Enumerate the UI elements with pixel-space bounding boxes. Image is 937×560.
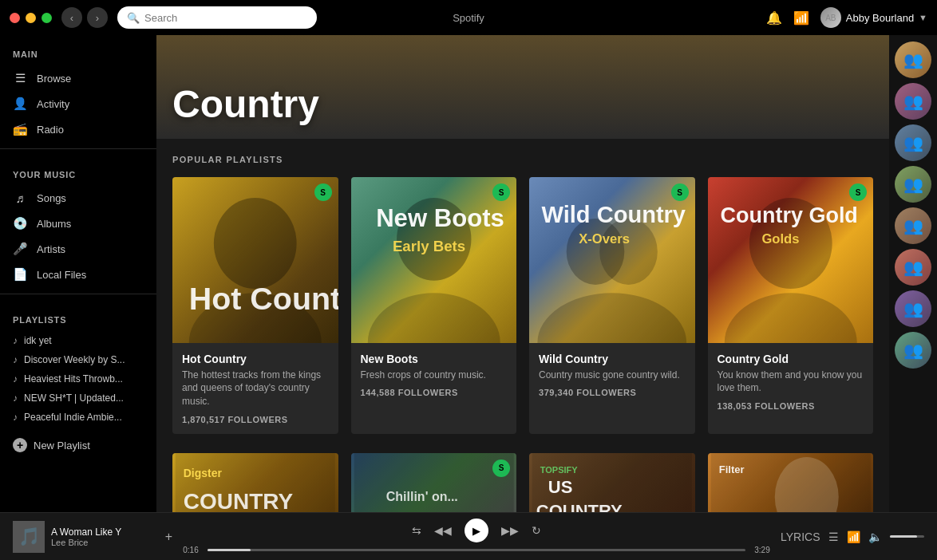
activity-icon: 👤 [13, 97, 27, 111]
notifications-icon[interactable]: 🔔 [766, 10, 782, 26]
repeat-button[interactable]: ↻ [532, 524, 541, 537]
country-gold-desc: You know them and you know you love them… [718, 369, 864, 396]
playlist-card-hot-country[interactable]: S Hot Country Hot Country The hottest tr… [172, 177, 338, 434]
content-area: POPULAR PLAYLISTS S Hot Country [156, 139, 889, 512]
hero-section: Country [156, 35, 889, 139]
sidebar-item-activity[interactable]: 👤 Activity [0, 91, 156, 116]
progress-track[interactable] [208, 549, 745, 551]
playlist-icon-1: ♪ [13, 335, 18, 346]
playlist-name-5: Peaceful Indie Ambie... [24, 412, 122, 423]
filter-image: Filter [708, 453, 874, 512]
back-button[interactable]: ‹ [61, 7, 82, 28]
page-title: Country [172, 82, 319, 126]
local-files-icon: 📄 [13, 267, 27, 282]
svg-text:COUNTRY: COUNTRY [184, 489, 294, 512]
your-music-section-label: YOUR MUSIC [0, 156, 156, 186]
titlebar-right: 🔔 📶 AB Abby Bourland ▼ [766, 7, 927, 28]
devices-icon[interactable]: 📶 [793, 10, 809, 26]
svg-text:New Boots: New Boots [376, 204, 504, 232]
progress-bar: 0:16 3:29 [180, 546, 773, 554]
playlist-item-2[interactable]: ♪ Discover Weekly by S... [0, 350, 156, 369]
friend-avatar-4[interactable]: 👥 [895, 166, 931, 203]
svg-point-8 [599, 219, 658, 285]
search-bar[interactable]: 🔍 [117, 6, 317, 29]
hot-country-desc: The hottest tracks from the kings and qu… [182, 369, 329, 408]
new-playlist-button[interactable]: + New Playlist [0, 432, 156, 459]
sidebar-item-albums[interactable]: 💿 Albums [0, 211, 156, 236]
playlist-item-1[interactable]: ♪ idk yet [0, 331, 156, 350]
app-title: Spotify [453, 12, 484, 24]
hot-country-info: Hot Country The hottest tracks from the … [172, 343, 338, 434]
wild-country-followers: 379,340 FOLLOWERS [539, 388, 686, 397]
sidebar-item-artists[interactable]: 🎤 Artists [0, 236, 156, 262]
friend-avatar-1[interactable]: 👥 [895, 41, 931, 78]
lyrics-button[interactable]: LYRICS [781, 530, 820, 543]
albums-label: Albums [37, 218, 71, 230]
playlist-card-new-boots[interactable]: S New Boots Early Bets New Boots Fresh c… [351, 177, 517, 434]
playlist-icon-4: ♪ [13, 392, 18, 404]
svg-text:Chillin' on...: Chillin' on... [385, 490, 457, 503]
friend-avatar-8[interactable]: 👥 [895, 332, 931, 369]
chevron-down-icon: ▼ [919, 13, 927, 22]
minimize-window-button[interactable] [26, 13, 36, 23]
right-sidebar: 👥 👥 👥 👥 👥 👥 👥 👥 [889, 35, 937, 512]
local-files-label: Local Files [37, 269, 86, 281]
chillin-image: S Chillin' on... [351, 453, 517, 512]
sidebar-item-radio[interactable]: 📻 Radio [0, 116, 156, 142]
maximize-window-button[interactable] [42, 13, 52, 23]
friend-avatar-6[interactable]: 👥 [895, 249, 931, 286]
new-boots-image: S New Boots Early Bets [351, 177, 517, 343]
sidebar-item-songs[interactable]: ♬ Songs [0, 186, 156, 211]
hot-country-followers: 1,870,517 FOLLOWERS [182, 415, 329, 424]
previous-button[interactable]: ◀◀ [434, 524, 452, 537]
playlist-card-wild-country[interactable]: S Wild Country X-Overs Wild Country Coun… [529, 177, 695, 434]
search-icon: 🔍 [127, 12, 140, 24]
spotify-logo-2: S [492, 183, 510, 201]
playlist-item-3[interactable]: ♪ Heaviest Hits Throwb... [0, 369, 156, 388]
friend-avatar-7[interactable]: 👥 [895, 290, 931, 327]
shuffle-button[interactable]: ⇆ [412, 524, 421, 537]
browse-label: Browse [37, 73, 71, 85]
playlist-item-5[interactable]: ♪ Peaceful Indie Ambie... [0, 408, 156, 427]
connect-device-icon[interactable]: 📶 [847, 530, 860, 543]
playlist-name-2: Discover Weekly by S... [24, 354, 125, 365]
svg-text:X-Overs: X-Overs [579, 231, 630, 246]
spotify-badge-1: S [314, 183, 332, 201]
svg-text:COUNTRY: COUNTRY [536, 501, 623, 512]
friend-avatar-3[interactable]: 👥 [895, 124, 931, 161]
radio-icon: 📻 [13, 122, 27, 136]
playlist-card-country-gold[interactable]: S Country Gold Golds Country Gold You kn… [708, 177, 874, 434]
playlist-card-chillin[interactable]: S Chillin' on... [351, 453, 517, 512]
current-time: 0:16 [180, 546, 201, 554]
playlist-item-4[interactable]: ♪ NEW SH*T | Updated... [0, 388, 156, 408]
queue-icon[interactable]: ☰ [828, 530, 839, 543]
volume-icon[interactable]: 🔈 [868, 530, 882, 543]
svg-text:Country Gold: Country Gold [720, 203, 857, 227]
progress-fill [208, 549, 251, 551]
playlist-icon-5: ♪ [13, 412, 18, 423]
play-pause-button[interactable]: ▶ [465, 519, 488, 542]
sidebar-item-browse[interactable]: ☰ Browse [0, 65, 156, 91]
player-right-controls: LYRICS ☰ 📶 🔈 [781, 530, 924, 543]
sidebar-item-local-files[interactable]: 📄 Local Files [0, 262, 156, 287]
add-to-library-button[interactable]: + [165, 530, 172, 544]
svg-point-0 [214, 198, 297, 289]
popular-playlists-label: POPULAR PLAYLISTS [172, 155, 873, 164]
playlist-card-us-country[interactable]: TOPSIFY US COUNTRY [529, 453, 695, 512]
user-menu[interactable]: AB Abby Bourland ▼ [820, 7, 927, 28]
activity-label: Activity [37, 98, 69, 110]
playlist-card-filter[interactable]: Filter [708, 453, 874, 512]
svg-text:Wild Country: Wild Country [542, 202, 686, 227]
search-input[interactable] [144, 12, 307, 24]
friend-avatar-2[interactable]: 👥 [895, 83, 931, 120]
close-window-button[interactable] [10, 13, 20, 23]
sidebar-divider-2 [0, 294, 156, 294]
albums-icon: 💿 [13, 216, 27, 231]
friend-avatar-5[interactable]: 👥 [895, 207, 931, 244]
new-boots-info: New Boots Fresh crops of country music. … [351, 343, 517, 408]
forward-button[interactable]: › [87, 7, 108, 28]
playlist-card-digster[interactable]: Digster COUNTRY [172, 453, 338, 512]
username-label: Abby Bourland [846, 12, 914, 24]
volume-slider[interactable] [890, 535, 924, 538]
next-button[interactable]: ▶▶ [501, 524, 519, 537]
